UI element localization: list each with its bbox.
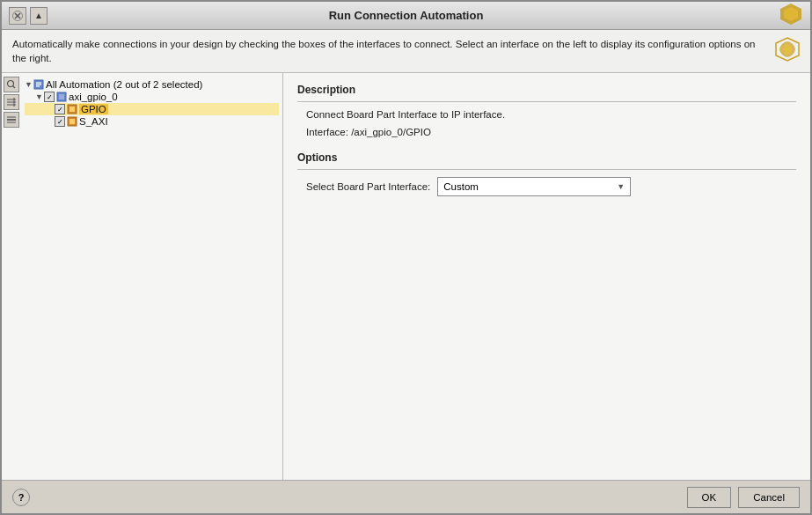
search-button[interactable]: [4, 77, 19, 92]
tree-area: ▼ All Automation (2 out of 2 selected) ▼: [21, 73, 282, 480]
footer: ? OK Cancel: [2, 480, 810, 513]
main-window: ▲ Run Connection Automation Automaticall…: [0, 0, 812, 515]
axi-gpio-checkbox[interactable]: [44, 92, 55, 102]
xilinx-logo: [775, 37, 800, 62]
tree-node-gpio[interactable]: ▷ GPIO: [25, 103, 279, 115]
axi-gpio-label: axi_gpio_0: [69, 92, 118, 102]
svg-rect-25: [69, 119, 75, 124]
info-bar: Automatically make connections in your d…: [2, 30, 810, 73]
gpio-icon: [67, 104, 77, 114]
axi-gpio-icon: [56, 92, 67, 102]
description-line2: Interface: /axi_gpio_0/GPIO: [306, 127, 796, 137]
footer-buttons: OK Cancel: [687, 487, 800, 508]
tree-root-node[interactable]: ▼ All Automation (2 out of 2 selected): [25, 78, 279, 91]
options-header: Options: [297, 151, 796, 164]
svg-rect-21: [59, 94, 64, 99]
description-header: Description: [297, 84, 796, 96]
tree-node-axi-gpio[interactable]: ▼ axi_gpio_0: [25, 91, 279, 103]
help-button[interactable]: ?: [12, 489, 30, 506]
close-button[interactable]: [9, 7, 26, 25]
options-divider: [297, 169, 796, 170]
gpio-label: GPIO: [79, 104, 108, 114]
options-section: Options Select Board Part Interface: Cus…: [297, 151, 796, 196]
tree-node-saxi[interactable]: ▷ S_AXI: [25, 115, 279, 128]
select-arrow-icon: ▼: [617, 182, 625, 191]
root-label: All Automation (2 out of 2 selected): [46, 79, 202, 90]
title-bar-buttons: ▲: [9, 7, 48, 25]
root-toggle[interactable]: ▼: [25, 80, 33, 89]
cancel-button[interactable]: Cancel: [738, 487, 800, 508]
saxi-icon: [67, 116, 77, 127]
description-divider: [297, 101, 796, 102]
board-part-interface-select[interactable]: Custom ▼: [437, 177, 631, 196]
ok-button[interactable]: OK: [687, 487, 732, 508]
svg-point-6: [8, 81, 14, 87]
root-icon: [33, 79, 44, 90]
saxi-label: S_AXI: [79, 116, 108, 127]
collapse-button[interactable]: [4, 112, 19, 128]
description-line1: Connect Board Part Interface to IP inter…: [306, 109, 796, 120]
main-content: ▼ All Automation (2 out of 2 selected) ▼: [2, 73, 810, 480]
info-text: Automatically make connections in your d…: [12, 37, 768, 65]
minimize-button[interactable]: ▲: [30, 7, 48, 25]
select-board-row: Select Board Part Interface: Custom ▼: [306, 177, 796, 196]
left-panel: ▼ All Automation (2 out of 2 selected) ▼: [2, 73, 283, 480]
svg-line-7: [13, 86, 16, 89]
window-title: Run Connection Automation: [329, 9, 484, 22]
left-toolbar: [2, 73, 21, 131]
svg-rect-23: [69, 107, 75, 112]
select-board-label: Select Board Part Interface:: [306, 181, 430, 192]
title-bar: ▲ Run Connection Automation: [2, 2, 810, 30]
right-panel: Description Connect Board Part Interface…: [283, 73, 810, 480]
axi-gpio-toggle[interactable]: ▼: [35, 92, 44, 101]
title-bar-logo: [779, 2, 803, 29]
gpio-checkbox[interactable]: [55, 104, 65, 114]
select-value: Custom: [443, 181, 617, 192]
expand-button[interactable]: [4, 94, 19, 110]
saxi-checkbox[interactable]: [55, 116, 65, 127]
